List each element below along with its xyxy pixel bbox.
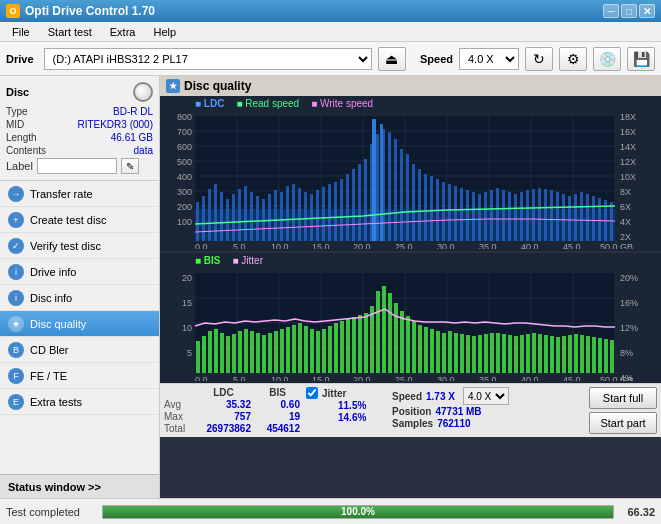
svg-text:0.0: 0.0 (195, 242, 208, 249)
status-text: Test completed (6, 506, 96, 518)
max-bis: 19 (255, 411, 300, 422)
drive-select[interactable]: (D:) ATAPI iHBS312 2 PL17 (44, 48, 372, 70)
svg-rect-144 (250, 331, 254, 373)
svg-rect-156 (322, 329, 326, 373)
svg-rect-137 (208, 331, 212, 373)
svg-text:8%: 8% (620, 348, 633, 358)
svg-rect-164 (370, 306, 374, 373)
svg-rect-86 (592, 196, 595, 241)
nav-transfer-rate[interactable]: → Transfer rate (0, 181, 159, 207)
svg-rect-152 (298, 323, 302, 373)
svg-rect-159 (340, 321, 344, 373)
speed-stat-select[interactable]: 4.0 X (463, 387, 509, 405)
avg-jitter: 11.5% (338, 400, 366, 411)
contents-value: data (134, 145, 153, 156)
nav-verify-test-disc[interactable]: ✓ Verify test disc (0, 233, 159, 259)
svg-rect-41 (322, 187, 325, 241)
legend-read: ■ Read speed (236, 98, 299, 109)
svg-rect-140 (226, 336, 230, 373)
nav-disc-quality[interactable]: ★ Disc quality (0, 311, 159, 337)
nav-label-disc: Disc info (30, 292, 72, 304)
svg-rect-72 (508, 192, 511, 241)
svg-rect-157 (328, 326, 332, 373)
svg-text:700: 700 (177, 127, 192, 137)
svg-rect-85 (586, 194, 589, 241)
svg-text:10X: 10X (620, 172, 636, 182)
svg-rect-181 (472, 336, 476, 373)
svg-rect-71 (502, 190, 505, 241)
svg-text:100: 100 (177, 217, 192, 227)
svg-rect-74 (520, 192, 523, 241)
nav-extra-tests[interactable]: E Extra tests (0, 389, 159, 415)
svg-rect-145 (256, 333, 260, 373)
svg-rect-77 (538, 188, 541, 241)
svg-rect-168 (394, 303, 398, 373)
svg-text:20: 20 (182, 273, 192, 283)
label-edit-button[interactable]: ✎ (121, 158, 139, 174)
svg-rect-59 (430, 176, 433, 241)
max-jitter: 14.6% (338, 412, 366, 423)
mid-value: RITEKDR3 (000) (77, 119, 153, 130)
speed-label: Speed (420, 53, 453, 65)
disc-info-panel: Disc Type BD-R DL MID RITEKDR3 (000) Len… (0, 76, 159, 181)
save-button[interactable]: 💾 (627, 47, 655, 71)
eject-button[interactable]: ⏏ (378, 47, 406, 71)
label-input[interactable] (37, 158, 117, 174)
app-title: Opti Drive Control 1.70 (25, 4, 603, 18)
svg-rect-48 (364, 159, 367, 241)
svg-rect-182 (478, 335, 482, 373)
status-window-button[interactable]: Status window >> (0, 474, 159, 498)
maximize-button[interactable]: □ (621, 4, 637, 18)
svg-rect-45 (346, 174, 349, 241)
svg-rect-26 (232, 194, 235, 241)
svg-text:8X: 8X (620, 187, 631, 197)
menu-file[interactable]: File (4, 24, 38, 40)
close-button[interactable]: ✕ (639, 4, 655, 18)
refresh-button[interactable]: ↻ (525, 47, 553, 71)
svg-rect-43 (334, 182, 337, 241)
speed-select[interactable]: 4.0 X (459, 48, 519, 70)
svg-text:200: 200 (177, 202, 192, 212)
svg-rect-34 (280, 192, 283, 241)
svg-text:16X: 16X (620, 127, 636, 137)
menu-extra[interactable]: Extra (102, 24, 144, 40)
minimize-button[interactable]: ─ (603, 4, 619, 18)
svg-rect-23 (214, 184, 217, 241)
nav-disc-info[interactable]: i Disc info (0, 285, 159, 311)
menu-start-test[interactable]: Start test (40, 24, 100, 40)
nav-icon-quality: ★ (8, 316, 24, 332)
start-full-button[interactable]: Start full (589, 387, 657, 409)
settings-button[interactable]: ⚙ (559, 47, 587, 71)
svg-rect-44 (340, 179, 343, 241)
svg-rect-177 (448, 331, 452, 373)
stats-col-ldc: LDC (196, 387, 251, 398)
nav-cd-bler[interactable]: B CD Bler (0, 337, 159, 363)
jitter-checkbox[interactable] (306, 387, 318, 399)
svg-rect-55 (406, 154, 409, 241)
bottom-right-value: 66.32 (620, 506, 655, 518)
avg-bis: 0.60 (255, 399, 300, 410)
sidebar: Disc Type BD-R DL MID RITEKDR3 (000) Len… (0, 76, 160, 498)
menu-help[interactable]: Help (145, 24, 184, 40)
svg-text:5: 5 (187, 348, 192, 358)
svg-text:45.0: 45.0 (563, 375, 581, 381)
svg-rect-21 (202, 196, 205, 241)
svg-rect-187 (508, 335, 512, 373)
nav-create-test-disc[interactable]: + Create test disc (0, 207, 159, 233)
svg-rect-191 (532, 333, 536, 373)
svg-text:10: 10 (182, 323, 192, 333)
svg-rect-58 (424, 174, 427, 241)
svg-rect-78 (544, 189, 547, 241)
svg-rect-33 (274, 190, 277, 241)
nav-fe-te[interactable]: F FE / TE (0, 363, 159, 389)
svg-rect-82 (568, 196, 571, 241)
svg-rect-193 (544, 335, 548, 373)
nav-drive-info[interactable]: i Drive info (0, 259, 159, 285)
start-part-button[interactable]: Start part (589, 412, 657, 434)
drive-button[interactable]: 💿 (593, 47, 621, 71)
svg-rect-70 (496, 188, 499, 241)
top-chart: 800 700 600 500 400 300 200 100 18X 16X … (160, 114, 650, 249)
svg-text:5.0: 5.0 (233, 242, 246, 249)
svg-rect-46 (352, 169, 355, 241)
svg-rect-162 (358, 315, 362, 373)
